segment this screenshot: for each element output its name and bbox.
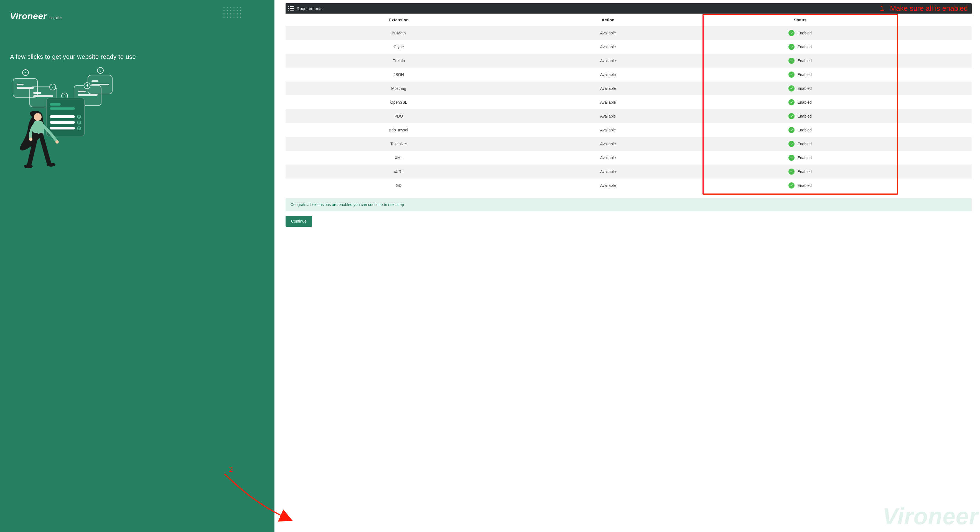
annotation-one-text: Make sure all is enabled [890, 4, 968, 13]
check-circle-icon [788, 155, 794, 161]
check-circle-icon [788, 141, 794, 147]
sidebar-illustration: ✓ ✓ 4 5 3 [10, 70, 264, 170]
svg-point-0 [34, 113, 41, 121]
cell-extension: Fileinfo [286, 54, 512, 68]
table-row: PDOAvailableEnabled [286, 109, 972, 123]
col-header-extension: Extension [286, 14, 512, 26]
status-label: Enabled [797, 31, 811, 35]
step-badge-5: 5 [97, 67, 104, 74]
col-header-action: Action [512, 14, 704, 26]
cell-status: Enabled [704, 165, 896, 178]
step-badge-2: ✓ [49, 84, 56, 90]
person-illustration [16, 109, 65, 172]
cell-spacer [896, 40, 972, 54]
annotation-one: 1 Make sure all is enabled [880, 4, 968, 13]
table-row: XMLAvailableEnabled [286, 151, 972, 165]
cell-action: Available [512, 109, 704, 123]
check-circle-icon [788, 85, 794, 91]
status-label: Enabled [797, 72, 811, 77]
cell-extension: cURL [286, 165, 512, 178]
cell-action: Available [512, 178, 704, 193]
cell-spacer [896, 81, 972, 96]
status-label: Enabled [797, 142, 811, 146]
cell-spacer [896, 96, 972, 109]
svg-point-3 [24, 164, 33, 168]
table-row: pdo_mysqlAvailableEnabled [286, 123, 972, 137]
cell-action: Available [512, 40, 704, 54]
status-label: Enabled [797, 156, 811, 160]
cell-status: Enabled [704, 68, 896, 81]
main-content: Requirements 1 Make sure all is enabled … [274, 0, 980, 532]
cell-action: Available [512, 151, 704, 165]
col-header-spacer [896, 14, 972, 26]
cell-extension: OpenSSL [286, 96, 512, 109]
check-circle-icon [788, 113, 794, 119]
check-circle-icon [788, 169, 794, 175]
check-circle-icon [788, 58, 794, 64]
sidebar-tagline: A few clicks to get your website ready t… [10, 52, 264, 62]
cell-status: Enabled [704, 26, 896, 40]
cell-spacer [896, 151, 972, 165]
cell-status: Enabled [704, 123, 896, 137]
annotation-two-number: 2 [229, 465, 232, 474]
cell-action: Available [512, 137, 704, 151]
cell-status: Enabled [704, 81, 896, 96]
status-label: Enabled [797, 45, 811, 49]
cell-spacer [896, 178, 972, 193]
table-row: cURLAvailableEnabled [286, 165, 972, 178]
cell-extension: pdo_mysql [286, 123, 512, 137]
cell-status: Enabled [704, 96, 896, 109]
watermark: Vironeer [882, 503, 978, 530]
check-circle-icon [788, 182, 794, 188]
cell-action: Available [512, 165, 704, 178]
panel-header: Requirements 1 Make sure all is enabled [286, 3, 972, 14]
cell-action: Available [512, 96, 704, 109]
panel-title: Requirements [297, 6, 322, 11]
status-label: Enabled [797, 183, 811, 188]
requirements-table: Extension Action Status BCMathAvailableE… [286, 14, 972, 193]
table-row: JSONAvailableEnabled [286, 68, 972, 81]
check-circle-icon [788, 127, 794, 133]
cell-action: Available [512, 68, 704, 81]
sidebar: Vironeer Installer A few clicks to get y… [0, 0, 274, 532]
cell-status: Enabled [704, 137, 896, 151]
status-label: Enabled [797, 59, 811, 63]
cell-spacer [896, 137, 972, 151]
cell-extension: BCMath [286, 26, 512, 40]
status-label: Enabled [797, 114, 811, 118]
cell-extension: GD [286, 178, 512, 193]
cell-status: Enabled [704, 151, 896, 165]
step-badge-1: ✓ [22, 69, 29, 76]
table-row: MbstringAvailableEnabled [286, 81, 972, 96]
cell-extension: PDO [286, 109, 512, 123]
cell-spacer [896, 54, 972, 68]
cell-extension: Tokenizer [286, 137, 512, 151]
status-label: Enabled [797, 169, 811, 174]
cell-extension: XML [286, 151, 512, 165]
cell-action: Available [512, 123, 704, 137]
col-header-status: Status [704, 14, 896, 26]
cell-action: Available [512, 26, 704, 40]
table-row: OpenSSLAvailableEnabled [286, 96, 972, 109]
check-circle-icon [788, 44, 794, 50]
list-icon [290, 6, 294, 11]
cell-extension: JSON [286, 68, 512, 81]
svg-point-1 [56, 140, 59, 143]
success-alert: Congrats all extensions are enabled you … [286, 198, 972, 211]
brand-name: Vironeer [10, 11, 47, 21]
table-row: GDAvailableEnabled [286, 178, 972, 193]
cell-action: Available [512, 81, 704, 96]
table-row: BCMathAvailableEnabled [286, 26, 972, 40]
continue-button[interactable]: Continue [286, 216, 312, 227]
cell-status: Enabled [704, 109, 896, 123]
cell-spacer [896, 109, 972, 123]
svg-point-4 [46, 163, 56, 167]
status-label: Enabled [797, 100, 811, 105]
brand-suffix: Installer [49, 16, 62, 20]
check-circle-icon [788, 30, 794, 36]
table-row: CtypeAvailableEnabled [286, 40, 972, 54]
cell-action: Available [512, 54, 704, 68]
cell-extension: Mbstring [286, 81, 512, 96]
cell-extension: Ctype [286, 40, 512, 54]
decorative-dots-bottom [45, 510, 69, 521]
